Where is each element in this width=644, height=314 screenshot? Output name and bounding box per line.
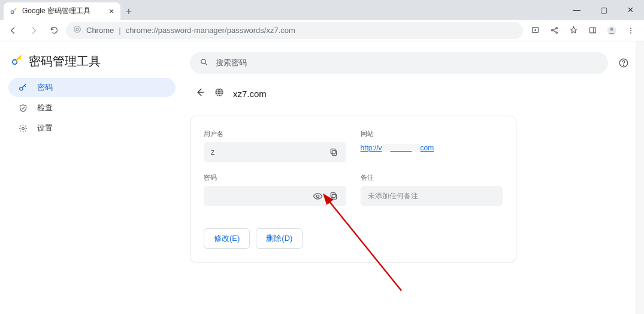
svg-point-11 [630, 30, 631, 31]
window-titlebar: Google 密码管理工具 ✕ + — ▢ ✕ [0, 0, 644, 20]
password-value-box [204, 186, 346, 206]
minimize-button[interactable]: — [563, 0, 590, 20]
back-icon[interactable] [195, 87, 205, 100]
page-content: 密码管理工具 密码 检查 设置 搜索密码 [0, 41, 644, 314]
website-link[interactable]: http://vxxxxxxcom [361, 144, 434, 152]
gear-icon [18, 124, 28, 133]
side-panel-icon[interactable] [584, 22, 601, 39]
nav-list: 密码 检查 设置 [8, 78, 176, 138]
website-label: 网站 [361, 129, 503, 138]
bookmark-icon[interactable] [565, 22, 582, 39]
svg-rect-22 [331, 149, 335, 154]
reload-button[interactable] [46, 22, 62, 39]
svg-rect-7 [589, 28, 595, 33]
app-title: 密码管理工具 [29, 53, 101, 70]
key-icon [18, 83, 28, 92]
kebab-menu-icon[interactable] [622, 22, 639, 39]
app-header: 密码管理工具 [8, 52, 176, 78]
notes-value-box[interactable]: 未添加任何备注 [361, 186, 503, 206]
notes-placeholder: 未添加任何备注 [368, 191, 498, 201]
globe-icon [214, 87, 225, 100]
browser-tab[interactable]: Google 密码管理工具 ✕ [4, 2, 120, 20]
back-button[interactable] [5, 22, 22, 39]
card-actions: 修改(E) 删除(D) [204, 228, 503, 249]
close-window-button[interactable]: ✕ [617, 0, 644, 20]
svg-rect-24 [332, 194, 336, 199]
forward-button[interactable] [25, 22, 42, 39]
page-header: xz7.com [195, 87, 631, 100]
install-icon[interactable] [527, 22, 543, 39]
svg-point-5 [556, 28, 558, 29]
new-tab-button[interactable]: + [120, 3, 137, 20]
username-field: 用户名 z [204, 129, 346, 162]
scrollbar-track[interactable] [636, 41, 644, 314]
svg-point-16 [201, 59, 206, 64]
close-tab-icon[interactable]: ✕ [108, 7, 114, 16]
password-label: 密码 [204, 173, 346, 182]
svg-point-1 [74, 26, 81, 33]
copy-icon[interactable] [326, 188, 341, 204]
notes-field: 备注 未添加任何备注 [361, 173, 503, 206]
shield-check-icon [18, 104, 28, 113]
sidebar-item-check[interactable]: 检查 [8, 98, 176, 117]
svg-point-10 [630, 27, 631, 28]
window-controls: — ▢ ✕ [563, 0, 644, 20]
help-icon[interactable] [616, 56, 631, 70]
profile-avatar[interactable] [603, 22, 620, 39]
svg-point-12 [630, 32, 631, 34]
sidebar-item-passwords[interactable]: 密码 [8, 78, 176, 97]
svg-point-14 [20, 87, 23, 90]
username-label: 用户名 [204, 129, 346, 138]
browser-toolbar: Chrome | chrome://password-manager/passw… [0, 20, 644, 41]
website-field: 网站 http://vxxxxxxcom [361, 129, 503, 162]
eye-icon[interactable] [310, 188, 326, 204]
svg-point-4 [551, 29, 553, 31]
search-placeholder: 搜索密码 [216, 58, 247, 68]
key-icon [11, 55, 23, 69]
address-bar[interactable]: Chrome | chrome://password-manager/passw… [66, 22, 523, 39]
key-icon [10, 7, 18, 16]
sidebar-item-settings[interactable]: 设置 [8, 119, 176, 138]
site-name: xz7.com [233, 89, 267, 99]
search-input[interactable]: 搜索密码 [190, 52, 608, 74]
omnibox-separator: | [119, 26, 120, 35]
sidebar-item-label: 密码 [37, 82, 53, 93]
password-field: 密码 [204, 173, 346, 206]
delete-button[interactable]: 删除(D) [256, 228, 303, 249]
sidebar: 密码管理工具 密码 检查 设置 [0, 41, 184, 314]
omnibox-scheme: Chrome [86, 26, 114, 35]
svg-point-9 [610, 28, 613, 31]
svg-point-23 [316, 195, 319, 197]
svg-rect-25 [331, 193, 335, 198]
omnibox-url: chrome://password-manager/passwords/xz7.… [126, 26, 295, 35]
notes-label: 备注 [361, 173, 503, 182]
sidebar-item-label: 检查 [37, 102, 53, 113]
maximize-button[interactable]: ▢ [590, 0, 617, 20]
tab-title: Google 密码管理工具 [22, 6, 90, 16]
search-icon [199, 58, 208, 68]
main-panel: 搜索密码 xz7.com 用户名 z 网站 http://vxxx [184, 41, 644, 314]
copy-icon[interactable] [326, 144, 341, 160]
chrome-icon [73, 25, 81, 35]
username-value-box: z [204, 142, 346, 162]
svg-point-2 [76, 28, 78, 31]
sidebar-item-label: 设置 [37, 123, 53, 134]
svg-point-18 [623, 65, 624, 65]
svg-rect-21 [332, 150, 336, 155]
username-value: z [211, 148, 326, 156]
credential-card: 用户名 z 网站 http://vxxxxxxcom 密码 [190, 116, 516, 262]
edit-button[interactable]: 修改(E) [204, 228, 250, 249]
svg-point-6 [556, 32, 558, 34]
svg-point-15 [22, 127, 24, 129]
share-icon[interactable] [546, 22, 563, 39]
